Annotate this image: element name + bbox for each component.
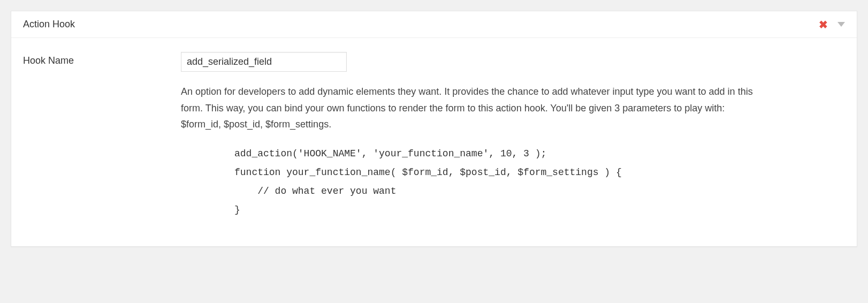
hook-name-input[interactable] [181,52,347,72]
hook-name-label: Hook Name [23,52,181,219]
toggle-icon[interactable] [837,22,845,27]
hook-description: An option for developers to add dynamic … [181,84,759,133]
action-hook-panel: Action Hook ✖ Hook Name An option for de… [11,11,857,247]
panel-body: Hook Name An option for developers to ad… [11,38,857,246]
panel-actions: ✖ [819,19,845,30]
close-icon[interactable]: ✖ [819,19,828,30]
svg-marker-0 [837,22,845,27]
panel-header: Action Hook ✖ [11,11,857,38]
panel-title: Action Hook [23,19,75,30]
code-example: add_action('HOOK_NAME', 'your_function_n… [181,145,845,219]
field-content: An option for developers to add dynamic … [181,52,845,219]
